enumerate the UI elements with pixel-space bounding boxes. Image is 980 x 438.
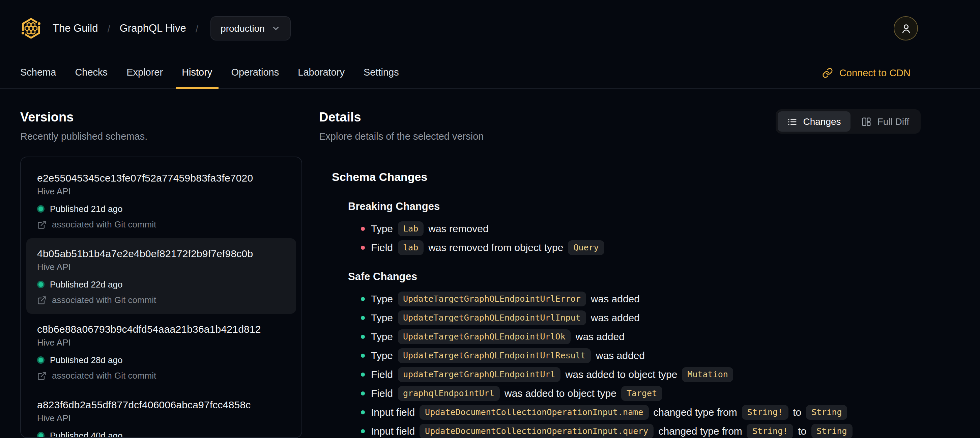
versions-panel: Versions Recently published schemas. e2e… <box>20 109 302 438</box>
version-list-item[interactable]: a823f6db2a55df877dcf406006abca97fcc4858c… <box>26 389 296 438</box>
change-text: Type <box>371 291 393 306</box>
breadcrumb-separator: / <box>196 22 198 34</box>
version-published-row: Published 21d ago <box>37 204 285 214</box>
user-icon <box>900 22 912 34</box>
version-list-item[interactable]: 4b05ab51b1b4a7e2e4b0ef82172f2b9f7ef98c0b… <box>26 238 296 314</box>
version-published-label: Published 28d ago <box>50 355 123 365</box>
breadcrumb-separator: / <box>107 22 110 34</box>
code-badge: UpdateTargetGraphQLEndpointUrlInput <box>398 311 586 325</box>
tab-label: Settings <box>364 67 399 77</box>
app-header: The Guild / GraphQL Hive / production <box>0 0 980 57</box>
list-icon <box>787 116 797 127</box>
bullet-icon <box>361 392 365 395</box>
breadcrumb: The Guild / GraphQL Hive / production <box>52 16 291 40</box>
tab-operations[interactable]: Operations <box>225 57 285 89</box>
details-subtitle: Explore details of the selected version <box>319 130 484 143</box>
change-text: Type <box>371 348 393 363</box>
tab-bar: SchemaChecksExplorerHistoryOperationsLab… <box>0 57 980 89</box>
change-text: Type <box>371 221 393 236</box>
tab-laboratory[interactable]: Laboratory <box>292 57 351 89</box>
code-badge: UpdateTargetGraphQLEndpointUrlError <box>398 291 586 306</box>
version-service: Hive API <box>37 262 285 272</box>
git-commit-link[interactable]: associated with Git commit <box>37 371 285 381</box>
change-text: Field <box>371 386 393 401</box>
bullet-icon <box>361 227 365 231</box>
change-list-item: TypeUpdateTargetGraphQLEndpointUrlErrorw… <box>361 291 921 306</box>
connect-to-cdn-label: Connect to CDN <box>839 67 910 78</box>
change-list: TypeUpdateTargetGraphQLEndpointUrlErrorw… <box>361 291 921 438</box>
code-badge: UpdateTargetGraphQLEndpointUrlResult <box>398 348 591 363</box>
change-list-item: TypeUpdateTargetGraphQLEndpointUrlInputw… <box>361 311 921 325</box>
toggle-changes-button[interactable]: Changes <box>778 111 851 132</box>
target-selector[interactable]: production <box>210 16 291 40</box>
versions-title: Versions <box>20 109 302 126</box>
change-list-item: Fieldlabwas removed from object typeQuer… <box>361 240 921 255</box>
link-icon <box>822 67 833 78</box>
change-list-item: TypeUpdateTargetGraphQLEndpointUrlOkwas … <box>361 329 921 344</box>
code-badge: UpdateDocumentCollectionOperationInput.n… <box>420 405 649 420</box>
toggle-full-diff-button[interactable]: Full Diff <box>852 111 919 132</box>
code-badge: Mutation <box>682 367 733 382</box>
code-badge: UpdateTargetGraphQLEndpointUrlOk <box>398 329 571 344</box>
change-text: was added <box>591 291 640 306</box>
version-published-row: Published 40d ago <box>37 430 285 438</box>
change-list: TypeLabwas removed Fieldlabwas removed f… <box>361 221 921 255</box>
code-badge: String! <box>747 424 793 438</box>
change-text: Type <box>371 329 393 344</box>
git-commit-link[interactable]: associated with Git commit <box>37 295 285 305</box>
change-text: to <box>793 405 801 420</box>
version-published-row: Published 28d ago <box>37 355 285 365</box>
tab-explorer[interactable]: Explorer <box>120 57 169 89</box>
code-badge: lab <box>398 240 423 255</box>
code-badge: graphqlEndpointUrl <box>398 386 500 401</box>
change-list-item: FieldupdateTargetGraphQLEndpointUrlwas a… <box>361 367 921 382</box>
version-published-label: Published 40d ago <box>50 430 123 438</box>
version-list-item[interactable]: c8b6e88a06793b9c4dfd54aaa21b36a1b421d812… <box>26 314 296 389</box>
versions-subtitle: Recently published schemas. <box>20 130 302 143</box>
change-text: was removed from object type <box>428 240 563 255</box>
change-text: was added to object type <box>566 367 678 382</box>
change-list-item: TypeUpdateTargetGraphQLEndpointUrlResult… <box>361 348 921 363</box>
hive-logo-icon[interactable] <box>20 18 42 39</box>
bullet-icon <box>361 335 365 339</box>
bullet-icon <box>361 410 365 414</box>
git-commit-label: associated with Git commit <box>52 295 156 305</box>
schema-changes-title: Schema Changes <box>332 170 921 185</box>
bullet-icon <box>361 246 365 250</box>
git-commit-link[interactable]: associated with Git commit <box>37 219 285 229</box>
published-status-dot <box>37 356 45 364</box>
code-badge: String! <box>742 405 788 420</box>
user-menu-button[interactable] <box>894 16 918 40</box>
tab-label: Checks <box>75 67 108 77</box>
tab-checks[interactable]: Checks <box>69 57 114 89</box>
schema-changes: Schema Changes Breaking Changes TypeLabw… <box>319 170 921 438</box>
main-content: Versions Recently published schemas. e2e… <box>0 89 980 438</box>
tab-settings[interactable]: Settings <box>358 57 405 89</box>
tab-label: Schema <box>20 67 56 77</box>
tab-schema[interactable]: Schema <box>14 57 62 89</box>
version-list-item[interactable]: e2e55045345ce13fe07f52a77459b83fa3fe7020… <box>26 162 296 238</box>
details-title: Details <box>319 109 484 126</box>
version-hash: c8b6e88a06793b9c4dfd54aaa21b36a1b421d812 <box>37 323 285 335</box>
breadcrumb-org[interactable]: The Guild <box>52 22 98 34</box>
chevron-down-icon <box>272 24 281 33</box>
change-text: Input field <box>371 405 415 420</box>
version-published-row: Published 22d ago <box>37 279 285 290</box>
toggle-changes-label: Changes <box>803 116 841 127</box>
published-status-dot <box>37 205 45 213</box>
change-text: to <box>798 424 806 438</box>
change-text: Input field <box>371 424 415 438</box>
section-breaking-changes: Breaking Changes TypeLabwas removed Fiel… <box>348 200 921 255</box>
bullet-icon <box>361 297 365 301</box>
change-text: was added to object type <box>504 386 616 401</box>
details-panel: Details Explore details of the selected … <box>319 109 921 438</box>
tab-history[interactable]: History <box>176 57 218 89</box>
connect-to-cdn-button[interactable]: Connect to CDN <box>822 57 910 88</box>
change-text: Type <box>371 311 393 325</box>
bullet-icon <box>361 429 365 433</box>
published-status-dot <box>37 281 45 288</box>
breadcrumb-project[interactable]: GraphQL Hive <box>120 22 186 34</box>
toggle-full-diff-label: Full Diff <box>878 116 909 127</box>
version-hash: 4b05ab51b1b4a7e2e4b0ef82172f2b9f7ef98c0b <box>37 247 285 260</box>
bullet-icon <box>361 354 365 358</box>
